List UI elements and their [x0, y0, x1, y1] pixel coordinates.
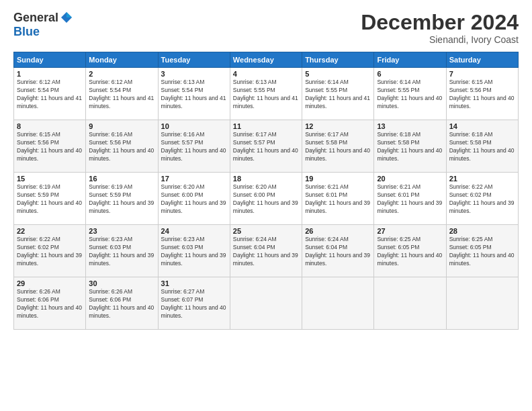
title-block: December 2024 Sienandi, Ivory Coast: [361, 11, 519, 45]
day-info: Sunrise: 6:13 AM Sunset: 5:54 PM Dayligh…: [161, 79, 227, 111]
day-info: Sunrise: 6:20 AM Sunset: 6:00 PM Dayligh…: [233, 183, 299, 216]
table-cell: 27Sunrise: 6:25 AM Sunset: 6:05 PM Dayli…: [374, 225, 446, 277]
day-number: 3: [161, 70, 227, 78]
day-number: 1: [17, 70, 83, 78]
calendar-container: General Blue December 2024 Sienandi, Ivo…: [0, 0, 532, 411]
day-number: 23: [89, 227, 154, 235]
col-monday: Monday: [86, 52, 158, 68]
day-info: Sunrise: 6:24 AM Sunset: 6:04 PM Dayligh…: [305, 236, 371, 268]
table-cell: 18Sunrise: 6:20 AM Sunset: 6:00 PM Dayli…: [230, 173, 302, 225]
day-info: Sunrise: 6:13 AM Sunset: 5:55 PM Dayligh…: [233, 79, 299, 111]
day-number: 8: [17, 122, 83, 130]
table-cell: [374, 277, 446, 330]
table-cell: 2Sunrise: 6:12 AM Sunset: 5:54 PM Daylig…: [86, 68, 158, 120]
table-cell: 19Sunrise: 6:21 AM Sunset: 6:01 PM Dayli…: [302, 173, 374, 225]
logo-blue: Blue: [13, 25, 40, 38]
day-number: 10: [161, 122, 227, 130]
col-wednesday: Wednesday: [230, 52, 302, 68]
day-info: Sunrise: 6:18 AM Sunset: 5:58 PM Dayligh…: [377, 131, 443, 163]
table-cell: 24Sunrise: 6:23 AM Sunset: 6:03 PM Dayli…: [158, 225, 230, 277]
day-info: Sunrise: 6:19 AM Sunset: 5:59 PM Dayligh…: [17, 183, 83, 216]
table-cell: 5Sunrise: 6:14 AM Sunset: 5:55 PM Daylig…: [302, 68, 374, 120]
table-cell: [230, 277, 302, 330]
table-cell: [302, 277, 374, 330]
day-info: Sunrise: 6:17 AM Sunset: 5:57 PM Dayligh…: [233, 131, 299, 163]
table-cell: 10Sunrise: 6:16 AM Sunset: 5:57 PM Dayli…: [158, 120, 230, 173]
day-info: Sunrise: 6:27 AM Sunset: 6:07 PM Dayligh…: [161, 288, 227, 320]
day-info: Sunrise: 6:20 AM Sunset: 6:00 PM Dayligh…: [161, 183, 227, 216]
day-info: Sunrise: 6:12 AM Sunset: 5:54 PM Dayligh…: [17, 79, 83, 111]
col-friday: Friday: [374, 52, 446, 68]
table-cell: 1Sunrise: 6:12 AM Sunset: 5:54 PM Daylig…: [14, 68, 86, 120]
day-number: 7: [449, 70, 515, 78]
table-cell: 23Sunrise: 6:23 AM Sunset: 6:03 PM Dayli…: [86, 225, 158, 277]
day-info: Sunrise: 6:22 AM Sunset: 6:02 PM Dayligh…: [17, 236, 83, 268]
day-info: Sunrise: 6:25 AM Sunset: 6:05 PM Dayligh…: [449, 236, 515, 268]
day-info: Sunrise: 6:23 AM Sunset: 6:03 PM Dayligh…: [161, 236, 227, 268]
day-info: Sunrise: 6:18 AM Sunset: 5:58 PM Dayligh…: [449, 131, 515, 163]
table-cell: 20Sunrise: 6:21 AM Sunset: 6:01 PM Dayli…: [374, 173, 446, 225]
day-info: Sunrise: 6:17 AM Sunset: 5:58 PM Dayligh…: [305, 131, 371, 163]
day-number: 18: [233, 175, 299, 183]
day-number: 9: [89, 122, 154, 130]
table-cell: 29Sunrise: 6:26 AM Sunset: 6:06 PM Dayli…: [14, 277, 86, 330]
day-number: 11: [233, 122, 299, 130]
day-info: Sunrise: 6:23 AM Sunset: 6:03 PM Dayligh…: [89, 236, 154, 268]
day-info: Sunrise: 6:21 AM Sunset: 6:01 PM Dayligh…: [377, 183, 443, 216]
table-cell: 16Sunrise: 6:19 AM Sunset: 5:59 PM Dayli…: [86, 173, 158, 225]
table-cell: 7Sunrise: 6:15 AM Sunset: 5:56 PM Daylig…: [446, 68, 518, 120]
table-cell: 28Sunrise: 6:25 AM Sunset: 6:05 PM Dayli…: [446, 225, 518, 277]
col-saturday: Saturday: [446, 52, 518, 68]
table-cell: 12Sunrise: 6:17 AM Sunset: 5:58 PM Dayli…: [302, 120, 374, 173]
table-cell: 30Sunrise: 6:26 AM Sunset: 6:06 PM Dayli…: [86, 277, 158, 330]
day-number: 15: [17, 175, 83, 183]
table-cell: 26Sunrise: 6:24 AM Sunset: 6:04 PM Dayli…: [302, 225, 374, 277]
table-cell: 25Sunrise: 6:24 AM Sunset: 6:04 PM Dayli…: [230, 225, 302, 277]
day-number: 19: [305, 175, 371, 183]
day-info: Sunrise: 6:21 AM Sunset: 6:01 PM Dayligh…: [305, 183, 371, 216]
day-info: Sunrise: 6:19 AM Sunset: 5:59 PM Dayligh…: [89, 183, 154, 216]
day-number: 17: [161, 175, 227, 183]
day-info: Sunrise: 6:14 AM Sunset: 5:55 PM Dayligh…: [377, 79, 443, 111]
day-info: Sunrise: 6:14 AM Sunset: 5:55 PM Dayligh…: [305, 79, 371, 111]
table-cell: 17Sunrise: 6:20 AM Sunset: 6:00 PM Dayli…: [158, 173, 230, 225]
table-cell: 14Sunrise: 6:18 AM Sunset: 5:58 PM Dayli…: [446, 120, 518, 173]
day-number: 27: [377, 227, 443, 235]
day-number: 25: [233, 227, 299, 235]
col-sunday: Sunday: [14, 52, 86, 68]
day-number: 2: [89, 70, 154, 78]
table-cell: 9Sunrise: 6:16 AM Sunset: 5:56 PM Daylig…: [86, 120, 158, 173]
day-info: Sunrise: 6:26 AM Sunset: 6:06 PM Dayligh…: [17, 288, 83, 320]
day-info: Sunrise: 6:24 AM Sunset: 6:04 PM Dayligh…: [233, 236, 299, 268]
location-subtitle: Sienandi, Ivory Coast: [361, 34, 519, 45]
day-info: Sunrise: 6:15 AM Sunset: 5:56 PM Dayligh…: [17, 131, 83, 163]
svg-marker-1: [66, 12, 72, 17]
day-number: 16: [89, 175, 154, 183]
table-cell: 22Sunrise: 6:22 AM Sunset: 6:02 PM Dayli…: [14, 225, 86, 277]
day-number: 6: [377, 70, 443, 78]
table-cell: 15Sunrise: 6:19 AM Sunset: 5:59 PM Dayli…: [14, 173, 86, 225]
logo-icon: [60, 11, 73, 24]
day-number: 30: [89, 279, 154, 287]
calendar-table: Sunday Monday Tuesday Wednesday Thursday…: [13, 52, 519, 330]
table-cell: 8Sunrise: 6:15 AM Sunset: 5:56 PM Daylig…: [14, 120, 86, 173]
table-cell: [446, 277, 518, 330]
day-info: Sunrise: 6:15 AM Sunset: 5:56 PM Dayligh…: [449, 79, 515, 111]
day-number: 31: [161, 279, 227, 287]
day-info: Sunrise: 6:16 AM Sunset: 5:57 PM Dayligh…: [161, 131, 227, 163]
header: General Blue December 2024 Sienandi, Ivo…: [13, 11, 519, 45]
table-cell: 3Sunrise: 6:13 AM Sunset: 5:54 PM Daylig…: [158, 68, 230, 120]
day-number: 12: [305, 122, 371, 130]
day-number: 5: [305, 70, 371, 78]
day-info: Sunrise: 6:16 AM Sunset: 5:56 PM Dayligh…: [89, 131, 154, 163]
day-number: 26: [305, 227, 371, 235]
table-cell: 13Sunrise: 6:18 AM Sunset: 5:58 PM Dayli…: [374, 120, 446, 173]
month-title: December 2024: [361, 11, 519, 34]
day-number: 13: [377, 122, 443, 130]
day-number: 20: [377, 175, 443, 183]
day-info: Sunrise: 6:22 AM Sunset: 6:02 PM Dayligh…: [449, 183, 515, 216]
col-thursday: Thursday: [302, 52, 374, 68]
table-cell: 4Sunrise: 6:13 AM Sunset: 5:55 PM Daylig…: [230, 68, 302, 120]
day-number: 14: [449, 122, 515, 130]
logo-general: General: [13, 11, 58, 25]
